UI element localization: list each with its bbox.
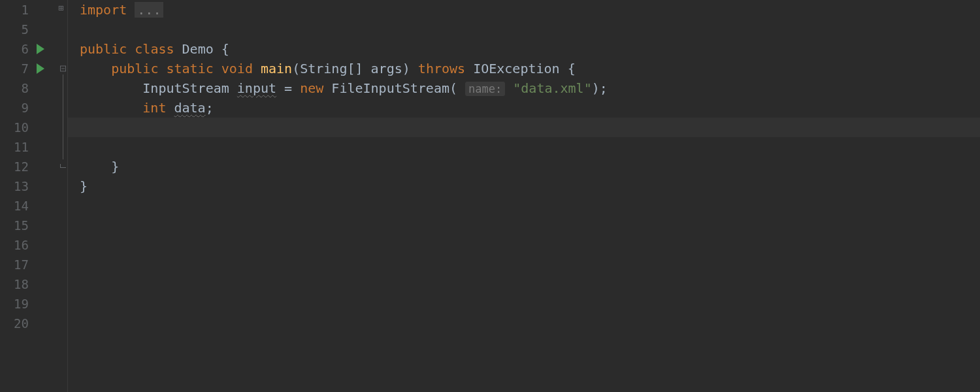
line-number: 11 — [0, 140, 29, 154]
brace-open: { — [568, 61, 576, 76]
brace-close: } — [111, 159, 119, 174]
param-type: String — [300, 61, 347, 76]
semicolon: ; — [206, 100, 214, 116]
var-name-unused: input — [237, 80, 276, 96]
code-line-11[interactable] — [80, 137, 980, 157]
keyword-void: void — [221, 61, 261, 76]
paren-close: ) — [402, 61, 418, 76]
line-number: 13 — [0, 179, 29, 193]
code-line-20[interactable] — [80, 314, 980, 333]
line-number: 20 — [0, 316, 29, 331]
line-number: 1 — [0, 3, 29, 17]
keyword-import: import — [80, 2, 127, 18]
line-number: 10 — [0, 120, 29, 135]
line-number: 18 — [0, 277, 29, 291]
brace-open: { — [221, 41, 229, 57]
code-line-9[interactable]: int data; — [80, 98, 980, 118]
code-line-17[interactable] — [80, 255, 980, 274]
var-type: InputStream — [142, 80, 237, 96]
keyword-int: int — [142, 100, 174, 116]
code-line-1[interactable]: import ... — [80, 0, 980, 20]
keyword-public: public — [80, 41, 135, 57]
constructor-name: FileInputStream — [331, 80, 449, 96]
string-literal: "data.xml" — [505, 80, 591, 96]
exception-type: IOException — [473, 61, 568, 76]
code-line-14[interactable] — [80, 196, 980, 216]
code-editor[interactable]: 1 5 6 7 8 9 10 11 12 — [0, 0, 980, 392]
line-number: 8 — [0, 81, 29, 95]
code-line-7[interactable]: public static void main(String[] args) t… — [80, 59, 980, 78]
paren-open: ( — [292, 61, 300, 76]
line-number: 15 — [0, 218, 29, 233]
code-line-15[interactable] — [80, 216, 980, 235]
run-class-icon[interactable] — [37, 44, 44, 54]
keyword-throws: throws — [418, 61, 473, 76]
current-line-highlight — [68, 118, 980, 137]
assign-op: = — [276, 80, 300, 96]
code-line-8[interactable]: InputStream input = new FileInputStream(… — [80, 78, 980, 98]
keyword-public: public — [111, 61, 166, 76]
fold-expand-icon[interactable] — [59, 7, 66, 13]
line-number: 16 — [0, 238, 29, 252]
param-name: args — [371, 61, 402, 76]
line-number: 9 — [0, 101, 29, 115]
var-name-unused: data — [174, 100, 206, 116]
line-number: 6 — [0, 42, 29, 56]
keyword-class: class — [135, 41, 182, 57]
parameter-hint: name: — [465, 82, 505, 96]
line-number: 19 — [0, 297, 29, 311]
line-number: 14 — [0, 199, 29, 213]
array-brackets: [] — [347, 61, 370, 76]
keyword-static: static — [166, 61, 221, 76]
line-number: 5 — [0, 22, 29, 37]
keyword-new: new — [300, 80, 331, 96]
line-number: 17 — [0, 257, 29, 272]
paren-close-semi: ); — [592, 80, 608, 96]
fold-end-icon[interactable] — [60, 164, 66, 168]
line-number: 12 — [0, 159, 29, 174]
method-name: main — [261, 61, 292, 76]
code-line-12[interactable]: } — [80, 157, 980, 176]
code-line-16[interactable] — [80, 235, 980, 255]
code-line-19[interactable] — [80, 294, 980, 314]
code-line-13[interactable]: } — [80, 176, 980, 196]
brace-close: } — [80, 178, 88, 194]
folded-region[interactable]: ... — [135, 2, 163, 18]
class-name: Demo — [182, 41, 221, 57]
fold-collapse-icon[interactable] — [60, 66, 66, 72]
line-number: 7 — [0, 61, 29, 76]
gutter: 1 5 6 7 8 9 10 11 12 — [0, 0, 68, 392]
code-line-6[interactable]: public class Demo { — [80, 39, 980, 59]
code-line-18[interactable] — [80, 274, 980, 294]
paren-open: ( — [449, 80, 465, 96]
run-method-icon[interactable] — [37, 63, 44, 74]
code-area[interactable]: import ... public class Demo { public st… — [68, 0, 980, 392]
code-line-5[interactable] — [80, 20, 980, 39]
